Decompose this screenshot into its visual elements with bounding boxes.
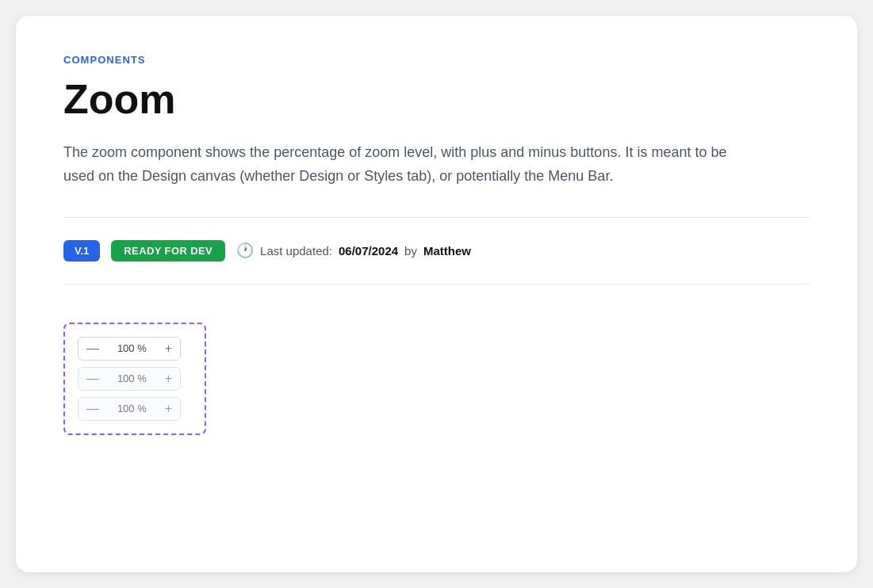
component-frame: — 100 % + — 100 % + — 100 % + xyxy=(63,323,206,435)
zoom-plus-btn-2[interactable]: + xyxy=(165,372,172,385)
description-text: The zoom component shows the percentage … xyxy=(63,141,745,188)
updated-date: 06/07/2024 xyxy=(339,244,398,258)
meta-bar: V.1 READY FOR DEV 🕐 Last updated: 06/07/… xyxy=(63,240,810,262)
page-title: Zoom xyxy=(63,77,810,122)
clock-icon: 🕐 xyxy=(236,242,254,259)
zoom-value-3: 100 % xyxy=(117,403,147,414)
status-badge: READY FOR DEV xyxy=(111,240,225,262)
version-badge: V.1 xyxy=(63,240,100,262)
updated-by: by xyxy=(404,244,417,258)
updated-author: Matthew xyxy=(423,244,471,258)
zoom-value-1: 100 % xyxy=(117,342,147,354)
updated-prefix: Last updated: xyxy=(260,244,332,258)
zoom-minus-btn-3[interactable]: — xyxy=(86,403,99,415)
last-updated-info: 🕐 Last updated: 06/07/2024 by Matthew xyxy=(236,242,471,259)
breadcrumb: COMPONENTS xyxy=(63,54,810,66)
zoom-plus-btn-1[interactable]: + xyxy=(165,342,172,355)
zoom-minus-btn-1[interactable]: — xyxy=(86,342,99,355)
preview-area: — 100 % + — 100 % + — 100 % + xyxy=(63,323,810,435)
zoom-minus-btn-2[interactable]: — xyxy=(86,372,99,385)
zoom-control-2: — 100 % + xyxy=(78,367,181,391)
divider-bottom xyxy=(63,284,810,284)
zoom-plus-btn-3[interactable]: + xyxy=(165,403,172,415)
zoom-control-3: — 100 % + xyxy=(78,397,181,421)
divider-top xyxy=(63,217,810,218)
zoom-value-2: 100 % xyxy=(117,372,147,384)
zoom-control-1: — 100 % + xyxy=(78,337,181,361)
main-card: COMPONENTS Zoom The zoom component shows… xyxy=(16,16,857,572)
